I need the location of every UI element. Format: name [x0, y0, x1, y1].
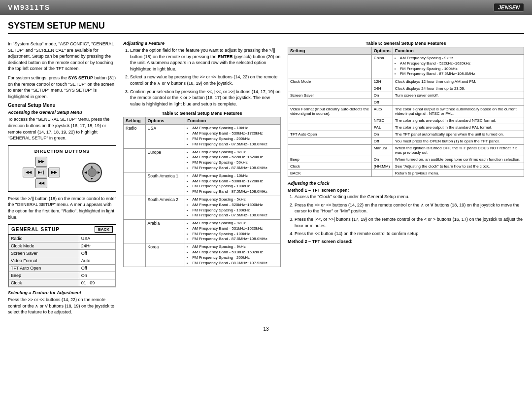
row-options: On: [371, 92, 393, 99]
row-setting: [288, 99, 372, 106]
setup-setting: Clock Mode: [9, 242, 79, 250]
row-setting: BACK: [288, 170, 372, 177]
right-table-title: Table 5: General Setup Menu Features: [288, 41, 524, 46]
row-options: 24H: [371, 85, 393, 92]
button-grid: ▶▶ ◀◀ ▶/‖ ▶▶ ◀◀: [23, 157, 60, 188]
header-logo: JENSEN: [494, 3, 524, 12]
step-3: Confirm your selection by pressing the <…: [130, 89, 281, 107]
row-function: AM Frequency Spacing - 5kHzAM Frequency …: [185, 196, 281, 219]
row-setting: [124, 220, 146, 243]
row-options: On: [371, 131, 393, 138]
setup-row: Clock Mode24Hr: [9, 242, 116, 250]
setup-value: USA: [79, 235, 115, 242]
btn-forward[interactable]: ▶▶: [35, 157, 47, 167]
selecting-heading: Selecting a Feature for Adjustment: [8, 290, 116, 295]
row-options: On: [371, 156, 393, 163]
method1-step1: Access the "Clock" setting under the Gen…: [295, 194, 524, 200]
table-row: Screen SaverOnTurn screen saver on/off.: [288, 92, 524, 99]
row-function: [393, 99, 524, 106]
table-row: Off: [288, 99, 524, 106]
btn-fwd2[interactable]: ▶▶: [48, 168, 60, 177]
clock-section: Adjusting the Clock Method 1 – TFT scree…: [288, 181, 524, 244]
right-col-function: Function: [393, 47, 524, 55]
row-options: Auto: [371, 106, 393, 117]
row-setting: Beep: [288, 156, 372, 163]
table-row: NTSCThe color signals are output in the …: [288, 117, 524, 124]
row-setting: [124, 172, 146, 196]
row-setting: Clock Mode: [288, 78, 372, 85]
btn-play[interactable]: ▶/‖: [35, 168, 47, 177]
row-options: Off: [371, 138, 393, 145]
btn-empty-1: [23, 157, 34, 167]
row-options: NTSC: [371, 117, 393, 124]
row-setting: TFT Auto Open: [288, 131, 372, 138]
general-setup-header: GENERAL SETUP BACK: [8, 225, 116, 235]
setup-row: BeepOn: [9, 272, 116, 279]
back-button[interactable]: BACK: [95, 226, 113, 233]
btn-empty-3: [23, 178, 34, 188]
table-row: Video Format (Input circuitry auto-detec…: [288, 106, 524, 117]
setup-setting: Clock: [9, 279, 79, 287]
row-options: Korea: [145, 243, 185, 267]
row-setting: Radio: [124, 125, 146, 148]
table-row: TFT Auto OpenOnThe TFT panel automatical…: [288, 131, 524, 138]
row-setting: Screen Saver: [288, 92, 372, 99]
step-2: Select a new value by pressing the >> or…: [130, 74, 281, 86]
table-row: ArabiaAM Frequency Spacing - 9kHzAM Freq…: [124, 220, 281, 243]
row-function: AM Frequency Spacing - 10kHzAM Frequency…: [185, 172, 281, 196]
setup-setting: Beep: [9, 272, 79, 279]
row-function: AM Frequency Spacing - 9kHzAM Frequency …: [185, 243, 281, 267]
setup-value: Off: [79, 250, 115, 257]
row-options: Off: [371, 99, 393, 106]
row-setting: Clock: [288, 163, 372, 170]
row-setting: [288, 138, 372, 145]
circle-button[interactable]: ◀ ▶: [82, 163, 102, 182]
setup-setting: Radio: [9, 235, 79, 242]
row-function: Turn screen saver on/off.: [393, 92, 524, 99]
adjusting-steps-list: Enter the option field for the feature y…: [123, 47, 281, 107]
row-function: Clock displays 12 hour time using AM and…: [393, 78, 524, 85]
row-options: (HH:MM): [371, 163, 393, 170]
row-options: China: [371, 55, 393, 78]
setup-setting: Screen Saver: [9, 250, 79, 257]
direction-buttons-title: DIRECTION BUTTONS: [11, 149, 113, 154]
method1-step3: Press the |<<, or >>| buttons (17, 19) o…: [295, 216, 524, 229]
intro-p2: For system settings, press the SYS SETUP…: [8, 75, 116, 100]
method1-step2: Press the >> or << buttons (14, 22) on t…: [295, 202, 524, 214]
row-options: 12H: [371, 78, 393, 85]
setup-setting: TFT Auto Open: [9, 265, 79, 272]
row-function: Clock displays 24 hour time up to 23:59.: [393, 85, 524, 92]
right-column: Table 5: General Setup Menu Features Set…: [288, 41, 524, 318]
press-text: Press the >/|| button (18) on the remote…: [8, 196, 116, 220]
general-setup-box: GENERAL SETUP BACK RadioUSAClock Mode24H…: [8, 224, 116, 287]
row-setting: [124, 196, 146, 219]
btn-back[interactable]: ◀◀: [23, 168, 34, 177]
general-setup-title: GENERAL SETUP: [11, 227, 60, 232]
step-1: Enter the option field for the feature y…: [130, 47, 281, 72]
table-row: Clock Mode12HClock displays 12 hour time…: [288, 78, 524, 85]
btn-back2[interactable]: ◀◀: [35, 178, 47, 188]
row-function: The color signals are output in the stan…: [393, 124, 524, 131]
middle-table-title: Table 5: General Setup Menu Features: [123, 111, 281, 116]
row-function: AM Frequency Spacing - 9kHzAM Frequency …: [185, 220, 281, 243]
right-features-table: Setting Options Function ChinaAM Frequen…: [288, 47, 524, 177]
row-function: The color signals are output in the stan…: [393, 117, 524, 124]
intro-p1: In "System Setup" mode, "ASP CONFIG", "G…: [8, 41, 116, 72]
direction-buttons-content: ▶▶ ◀◀ ▶/‖ ▶▶ ◀◀ ◀ ▶: [11, 157, 113, 188]
row-function: AM Frequency Spacing - 9kHzAM Frequency …: [393, 55, 524, 78]
row-function: The TFT panel automatically opens when t…: [393, 131, 524, 138]
row-options: USA: [145, 125, 185, 148]
table-row: KoreaAM Frequency Spacing - 9kHzAM Frequ…: [124, 243, 281, 267]
row-function: When turned on, an audible beep tone con…: [393, 156, 524, 163]
setup-value: 24Hr: [79, 242, 115, 250]
adjusting-clock-heading: Adjusting the Clock: [288, 181, 524, 186]
setup-setting: Video Format: [9, 257, 79, 265]
content-columns: In "System Setup" mode, "ASP CONFIG", "G…: [8, 41, 524, 318]
header: VM9311TS JENSEN: [0, 0, 532, 15]
row-setting: [288, 85, 372, 92]
method1-heading: Method 1 – TFT screen open:: [288, 188, 524, 193]
method1-step4: Press the << button (14) on the remote c…: [295, 231, 524, 237]
col-setting: Setting: [124, 117, 146, 125]
btn-empty-4: [48, 178, 60, 188]
middle-column: Adjusting a Feature Enter the option fie…: [123, 41, 281, 318]
